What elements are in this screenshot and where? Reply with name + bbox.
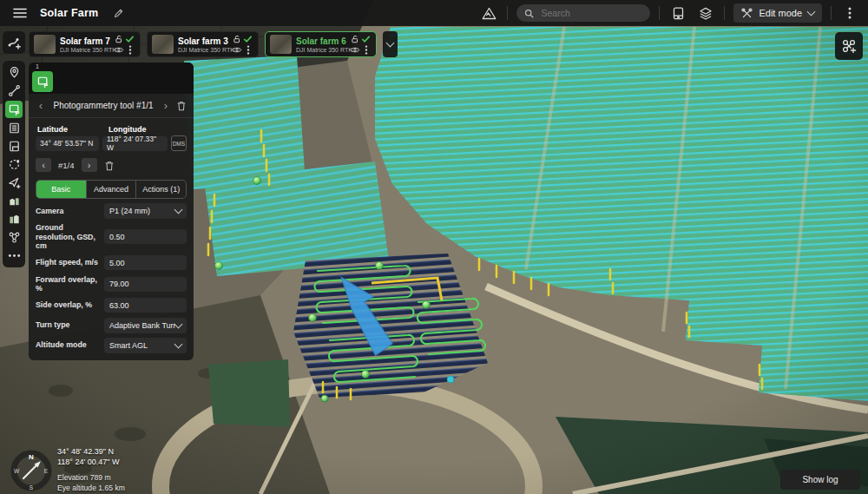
next-waypoint-button[interactable]: ›: [82, 158, 97, 172]
tab-advanced[interactable]: Advanced: [86, 181, 136, 198]
add-drone-button[interactable]: [835, 32, 863, 60]
compass-widget[interactable]: N E S W: [9, 448, 54, 493]
forward-overlap-label: Forward overlap, %: [36, 275, 104, 293]
forward-overlap-input[interactable]: [104, 277, 187, 292]
tool-buildings-3d[interactable]: [3, 192, 25, 210]
tool-location-pin[interactable]: [3, 63, 25, 82]
turn-type-select[interactable]: Adaptive Bank Turn: [104, 318, 187, 333]
mission-card-solar-farm-7[interactable]: Solar farm 7 DJI Matrice 350 RTK: [29, 31, 141, 57]
gsd-label: Ground resolution, GSD, cm: [36, 223, 104, 251]
mission-thumbnail: [152, 35, 174, 54]
tool-photogrammetry-active[interactable]: P: [3, 100, 25, 119]
edit-mode-label: Edit mode: [759, 8, 802, 18]
unlocked-icon[interactable]: [233, 35, 241, 43]
svg-text:S: S: [30, 484, 34, 491]
mission-drone: DJI Matrice 350 RTK: [178, 47, 231, 53]
visibility-eye-icon[interactable]: [232, 46, 242, 54]
edit-mode-dropdown[interactable]: Edit mode: [733, 3, 822, 23]
tool-more-ellipsis[interactable]: [3, 247, 25, 265]
card-menu-kebab-icon[interactable]: [365, 45, 368, 55]
flight-log-journal-icon[interactable]: [668, 3, 687, 23]
compass-n: N: [29, 453, 34, 461]
mission-name: Solar farm 3: [178, 36, 231, 46]
mission-drone: DJI Matrice 350 RTK: [296, 47, 349, 53]
svg-text:W: W: [14, 468, 20, 474]
card-menu-kebab-icon[interactable]: [247, 45, 250, 55]
search-input[interactable]: [539, 7, 642, 19]
terrain-icon[interactable]: [479, 3, 498, 23]
waypoint-counter: #1/4: [58, 161, 75, 170]
svg-text:E: E: [44, 468, 49, 474]
panel-title: Photogrammetry tool #1/1: [46, 101, 161, 110]
chevron-down-icon: [174, 339, 183, 348]
synced-check-icon: [125, 35, 135, 43]
turn-type-label: Turn type: [36, 320, 104, 330]
longitude-input[interactable]: 118° 24' 07.33" W: [102, 136, 168, 151]
mission-title: Solar Farm: [40, 7, 98, 19]
delete-waypoint-trash-icon[interactable]: [104, 160, 115, 171]
tool-sidebar: P: [3, 61, 25, 267]
delete-tool-trash-icon[interactable]: [176, 100, 187, 111]
cursor-latitude: 34° 48' 42.39" N: [57, 447, 125, 458]
mission-card-solar-farm-6-selected[interactable]: Solar farm 6 DJI Matrice 350 RTK: [265, 31, 377, 57]
divider: [507, 6, 508, 20]
chevron-down-icon: [386, 39, 395, 48]
prev-tool-button[interactable]: ‹: [36, 100, 46, 111]
altitude-mode-select[interactable]: Smart AGL: [104, 338, 187, 353]
next-tool-button[interactable]: ›: [161, 100, 171, 111]
tool-polyline[interactable]: [3, 82, 25, 100]
visibility-eye-icon[interactable]: [114, 46, 124, 54]
segment-number: 1: [36, 63, 39, 69]
dms-toggle-button[interactable]: DMS: [171, 135, 187, 151]
camera-label: Camera: [36, 207, 104, 216]
turn-type-value: Adaptive Bank Turn: [109, 321, 175, 330]
mission-card-solar-farm-3[interactable]: Solar farm 3 DJI Matrice 350 RTK: [147, 31, 259, 57]
show-log-label: Show log: [802, 475, 838, 484]
gsd-input[interactable]: [104, 229, 187, 244]
photogrammetry-segment-icon[interactable]: P: [32, 71, 53, 92]
tool-orbit[interactable]: [3, 155, 25, 174]
side-overlap-label: Side overlap, %: [36, 300, 104, 310]
cards-collapse-button[interactable]: [383, 31, 398, 57]
tool-buildings-import[interactable]: [3, 210, 25, 228]
cursor-coordinates: 34° 48' 42.39" N 118° 24' 00.47" W Eleva…: [57, 447, 125, 493]
unlocked-icon[interactable]: [115, 35, 123, 43]
divider: [724, 6, 725, 20]
edit-title-pencil-icon[interactable]: [108, 3, 128, 23]
show-log-button[interactable]: Show log: [780, 470, 860, 490]
prev-waypoint-button[interactable]: ‹: [36, 158, 51, 172]
camera-value: P1 (24 mm): [109, 207, 150, 215]
flight-speed-input[interactable]: [104, 255, 187, 270]
overflow-menu-icon[interactable]: [840, 3, 859, 23]
tab-basic[interactable]: Basic: [36, 181, 86, 198]
mission-drone: DJI Matrice 350 RTK: [60, 47, 113, 53]
mission-thumbnail: [270, 35, 292, 54]
panel-tabs: Basic Advanced Actions (1): [36, 180, 187, 199]
segment-strip: 1 P: [29, 63, 194, 94]
card-menu-kebab-icon[interactable]: [128, 45, 132, 55]
mission-thumbnail: [34, 35, 56, 54]
hamburger-menu-icon[interactable]: [10, 3, 30, 23]
altitude-mode-label: Altitude mode: [36, 340, 104, 350]
unlocked-icon[interactable]: [351, 35, 359, 43]
elevation-readout: Elevation 789 m: [57, 473, 125, 483]
tools-icon: [741, 8, 753, 19]
eye-altitude-readout: Eye altitude 1.65 km: [57, 484, 125, 493]
visibility-eye-icon[interactable]: [350, 46, 360, 54]
side-overlap-input[interactable]: [104, 298, 187, 313]
tab-actions[interactable]: Actions (1): [135, 181, 186, 198]
camera-select[interactable]: P1 (24 mm): [104, 203, 187, 219]
chevron-down-icon: [807, 8, 816, 16]
tool-add-waypoint-flight[interactable]: [3, 174, 25, 192]
tool-facade-scan[interactable]: [3, 137, 25, 155]
latitude-input[interactable]: 34° 48' 53.57" N: [36, 136, 99, 151]
tool-mission-list[interactable]: [3, 119, 25, 137]
tool-linked-nodes[interactable]: [3, 228, 25, 247]
add-route-button[interactable]: [3, 31, 25, 54]
layers-icon[interactable]: [696, 3, 715, 23]
svg-text:P: P: [15, 109, 19, 115]
mission-cards-row: Solar farm 7 DJI Matrice 350 RTK Solar f…: [29, 31, 398, 57]
altitude-mode-value: Smart AGL: [109, 341, 148, 350]
search-box[interactable]: [516, 4, 650, 22]
divider: [831, 6, 832, 20]
